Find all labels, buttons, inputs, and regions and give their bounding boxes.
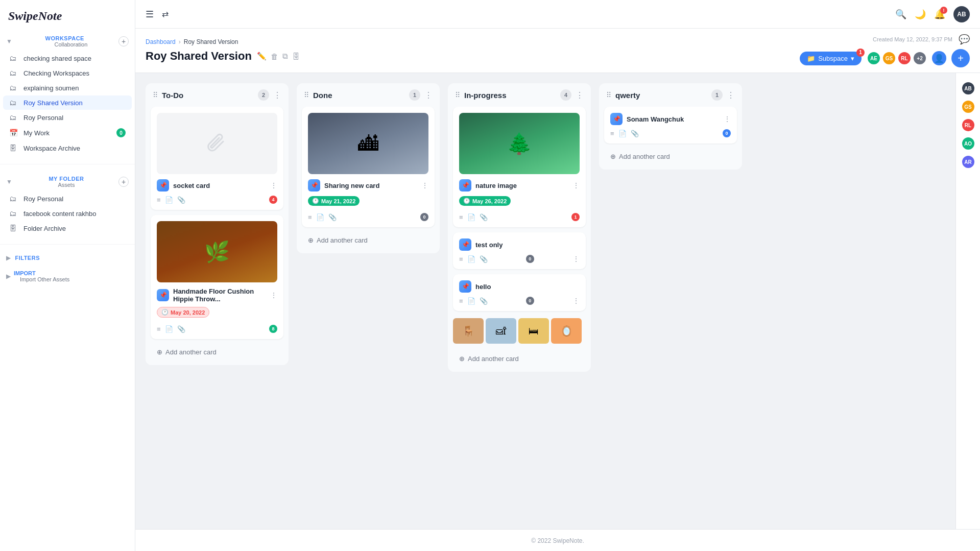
card-socket[interactable]: 📌 socket card ⋮ ≡ 📄 📎 4 [151, 107, 283, 210]
card-attach-icon[interactable]: 📎 [480, 255, 488, 263]
card-attach-icon[interactable]: 📎 [631, 130, 639, 137]
card-more-button[interactable]: ⋮ [572, 297, 580, 305]
add-card-inprogress[interactable]: ⊕ Add another card [453, 351, 586, 367]
right-avatar-ao[interactable]: AO [961, 136, 975, 151]
card-sonam-header: 📌 Sonam Wangchuk ⋮ [610, 113, 731, 125]
page-controls: Created May 12, 2022, 9:37 PM 💬 [873, 34, 970, 45]
card-handmade-actions: ≡ 📄 📎 8 [157, 325, 277, 333]
board-wrapper: ⠿ To-Do 2 ⋮ 📌 s [135, 73, 980, 529]
chat-button[interactable]: 💬 [959, 34, 970, 45]
card-more-button[interactable]: ⋮ [270, 291, 277, 299]
workspace-header[interactable]: ▼ WORKSPACE Collaboration + [0, 32, 135, 51]
card-doc-icon[interactable]: 📄 [316, 213, 324, 221]
theme-toggle-button[interactable]: 🌙 [915, 9, 926, 20]
column-more-button[interactable]: ⋮ [727, 90, 735, 100]
right-avatar-ab[interactable]: AB [961, 81, 975, 95]
card-text-icon[interactable]: ≡ [459, 255, 463, 263]
avatar-rl[interactable]: RL [897, 51, 912, 65]
card-more-button[interactable]: ⋮ [270, 181, 277, 189]
avatar-ae[interactable]: AE [867, 51, 881, 65]
card-doc-icon[interactable]: 📄 [165, 196, 173, 204]
breadcrumb-dashboard[interactable]: Dashboard [146, 38, 176, 45]
sidebar-item-roy-shared[interactable]: 🗂 Roy Shared Version ••• [3, 95, 132, 110]
card-attach-icon[interactable]: 📎 [177, 196, 185, 204]
card-text-icon[interactable]: ≡ [157, 325, 161, 333]
add-person-button[interactable]: 👤 [932, 51, 946, 65]
card-test-only[interactable]: 📌 test only ≡ 📄 📎 0 ⋮ [453, 232, 586, 269]
right-avatar-rl[interactable]: RL [961, 118, 975, 132]
subspace-button[interactable]: 📁 Subspace ▾ 1 [800, 52, 862, 65]
right-avatar-ar[interactable]: AR [961, 155, 975, 169]
sidebar-item-label: Checking Workspaces [23, 69, 119, 77]
import-header[interactable]: ▶ IMPORT Import Other Assets [0, 266, 135, 286]
sidebar-item-facebook-content[interactable]: 🗂 facebook content rakhbo ••• [3, 206, 132, 221]
search-button[interactable]: 🔍 [895, 9, 906, 20]
card-text-icon[interactable]: ≡ [157, 196, 161, 204]
card-nature[interactable]: 🌲 📌 nature image ⋮ 🕐 May 26, 2022 ≡ [453, 107, 586, 227]
sidebar-item-folder-archive[interactable]: 🗄 Folder Archive [3, 221, 132, 235]
column-drag-handle[interactable]: ⠿ [455, 91, 460, 99]
card-doc-icon[interactable]: 📄 [467, 297, 475, 305]
menu-button[interactable]: ☰ [146, 9, 154, 20]
card-doc-icon[interactable]: 📄 [467, 255, 475, 263]
sidebar-item-explaining[interactable]: 🗂 explaining soumen ••• [3, 81, 132, 95]
column-drag-handle[interactable]: ⠿ [304, 91, 309, 99]
sidebar-item-checking-workspaces[interactable]: 🗂 Checking Workspaces ••• [3, 66, 132, 80]
filters-header[interactable]: ▶ FILTERS [0, 249, 135, 266]
card-attach-icon[interactable]: 📎 [177, 325, 185, 333]
card-more-button[interactable]: ⋮ [724, 115, 731, 123]
card-image-nature: 🌲 [459, 113, 580, 174]
refresh-button[interactable]: ⇄ [162, 9, 169, 19]
column-more-button[interactable]: ⋮ [576, 90, 584, 100]
card-socket-actions: ≡ 📄 📎 4 [157, 196, 277, 204]
avatar-more[interactable]: +2 [913, 51, 927, 65]
column-more-button[interactable]: ⋮ [273, 90, 281, 100]
sidebar-item-workspace-archive[interactable]: 🗄 Workspace Archive [3, 141, 132, 155]
card-attach-icon[interactable]: 📎 [328, 213, 337, 221]
column-drag-handle[interactable]: ⠿ [606, 91, 611, 99]
card-sharing[interactable]: 🏙 📌 Sharing new card ⋮ 🕐 May 21, 2022 [302, 107, 435, 227]
card-doc-icon[interactable]: 📄 [165, 325, 173, 333]
card-doc-icon[interactable]: 📄 [618, 130, 627, 137]
collaborator-avatars: AE GS RL +2 [867, 51, 927, 65]
card-text-icon[interactable]: ≡ [459, 213, 463, 221]
card-more-button[interactable]: ⋮ [572, 181, 580, 189]
card-text-icon[interactable]: ≡ [459, 297, 463, 305]
card-icon: 📌 [459, 280, 471, 293]
card-sonam[interactable]: 📌 Sonam Wangchuk ⋮ ≡ 📄 📎 0 [604, 107, 737, 143]
card-handmade[interactable]: 🌿 📌 Handmade Floor Cushion Hippie Throw.… [151, 215, 283, 339]
delete-icon[interactable]: 🗑 [271, 52, 278, 61]
card-hello[interactable]: 📌 hello ≡ 📄 📎 0 ⋮ [453, 274, 586, 311]
copy-icon[interactable]: ⧉ [282, 52, 288, 61]
breadcrumb-separator: › [179, 38, 181, 45]
archive-page-icon[interactable]: 🗄 [292, 52, 300, 61]
column-drag-handle[interactable]: ⠿ [153, 91, 158, 99]
my-folder-header[interactable]: ▼ MY FOLDER Assets + [0, 173, 135, 191]
card-attach-icon[interactable]: 📎 [480, 297, 488, 305]
sidebar-item-my-work[interactable]: 📅 My Work 0 [3, 125, 132, 140]
sidebar-item-roy-personal[interactable]: 🗂 Roy Personal ••• [3, 110, 132, 125]
folder-add-button[interactable]: + [118, 177, 129, 187]
add-card-qwerty[interactable]: ⊕ Add another card [604, 149, 737, 164]
sidebar-item-checking-shared[interactable]: 🗂 checking shared space ••• [3, 51, 132, 65]
user-avatar[interactable]: AB [953, 6, 970, 22]
card-text-icon[interactable]: ≡ [308, 213, 312, 221]
card-doc-icon[interactable]: 📄 [467, 213, 475, 221]
notification-button[interactable]: 🔔 ! [934, 9, 945, 20]
card-more-button[interactable]: ⋮ [421, 181, 428, 189]
add-card-todo[interactable]: ⊕ Add another card [151, 344, 283, 360]
sidebar-item-roy-personal-folder[interactable]: 🗂 Roy Personal ••• [3, 191, 132, 206]
subspace-chevron: ▾ [851, 55, 854, 62]
column-inprogress-title: In-progress [464, 91, 556, 100]
card-more-button[interactable]: ⋮ [572, 255, 580, 263]
card-attach-icon[interactable]: 📎 [480, 213, 488, 221]
date-label: May 20, 2022 [171, 309, 205, 316]
card-text-icon[interactable]: ≡ [610, 130, 614, 137]
column-more-button[interactable]: ⋮ [424, 90, 433, 100]
edit-icon[interactable]: ✏️ [257, 52, 267, 61]
add-board-button[interactable]: + [951, 49, 970, 67]
avatar-gs[interactable]: GS [882, 51, 896, 65]
workspace-add-button[interactable]: + [118, 36, 129, 46]
right-avatar-gs[interactable]: GS [961, 100, 975, 114]
add-card-done[interactable]: ⊕ Add another card [302, 232, 435, 248]
